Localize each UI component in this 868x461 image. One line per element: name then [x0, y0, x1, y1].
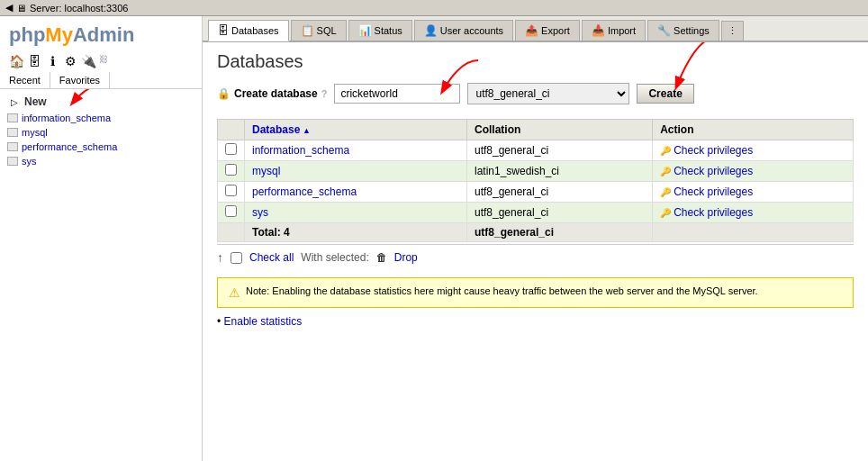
- total-empty-cell: [218, 223, 245, 242]
- table-row: mysql latin1_swedish_ci 🔑 Check privileg…: [218, 161, 854, 182]
- row-checkbox-cell: [218, 140, 245, 161]
- select-arrow-up: ↑: [217, 250, 223, 265]
- help-icon[interactable]: ?: [321, 88, 328, 99]
- check-all-label[interactable]: Check all: [249, 251, 294, 264]
- sidebar-new-item[interactable]: ▷ New: [0, 93, 202, 111]
- db-name-cell: mysql: [245, 161, 467, 182]
- db-link-mysql[interactable]: mysql: [252, 165, 280, 177]
- create-button[interactable]: Create: [637, 84, 693, 104]
- db-link-information-schema[interactable]: information_schema: [252, 144, 349, 157]
- check-priv-link-sys[interactable]: Check privileges: [674, 206, 753, 219]
- tab-databases[interactable]: 🗄 Databases: [208, 20, 289, 41]
- sidebar-tab-favorites[interactable]: Favorites: [50, 72, 110, 88]
- tab-sql-label: SQL: [317, 25, 337, 36]
- total-label-cell: Total: 4: [245, 223, 467, 242]
- tab-sql[interactable]: 📋 SQL: [291, 20, 347, 41]
- tab-import-icon: 📥: [592, 24, 605, 37]
- sidebar-item-sys[interactable]: sys: [0, 154, 202, 168]
- check-priv-link-information-schema[interactable]: Check privileges: [674, 144, 753, 157]
- tab-databases-icon: 🗄: [218, 24, 229, 37]
- gear-icon[interactable]: ⚙: [63, 54, 77, 68]
- row-checkbox[interactable]: [225, 205, 237, 217]
- db-link-sys[interactable]: sys: [252, 206, 268, 219]
- sidebar-tabs: Recent Favorites: [0, 72, 202, 89]
- collation-select[interactable]: utf8_general_ci utf8mb4_general_ci latin…: [467, 83, 629, 104]
- th-database[interactable]: Database: [245, 120, 467, 140]
- action-cell: 🔑 Check privileges: [653, 161, 854, 182]
- table-row: information_schema utf8_general_ci 🔑 Che…: [218, 140, 854, 161]
- tab-user-accounts[interactable]: 👤 User accounts: [414, 20, 513, 41]
- check-priv-link-mysql[interactable]: Check privileges: [674, 165, 753, 177]
- page-content: Databases 🔒 Create database ? utf8_gener…: [203, 42, 868, 461]
- total-row: Total: 4 utf8_general_ci: [218, 223, 854, 242]
- db-link-performance-schema[interactable]: performance_schema: [252, 185, 357, 198]
- nav-back-arrow[interactable]: ◀: [5, 2, 13, 14]
- server-label: Server: localhost:3306: [30, 3, 128, 14]
- sidebar-db-link-sys[interactable]: sys: [22, 156, 37, 167]
- row-checkbox[interactable]: [225, 143, 237, 155]
- check-priv-link-performance-schema[interactable]: Check privileges: [674, 185, 753, 198]
- logo-php: php: [9, 23, 45, 46]
- th-collation[interactable]: Collation: [466, 120, 652, 140]
- tab-user-accounts-label: User accounts: [440, 25, 503, 36]
- with-selected-label: With selected:: [301, 251, 368, 264]
- tab-settings[interactable]: 🔧 Settings: [647, 20, 719, 41]
- tab-status[interactable]: 📊 Status: [348, 20, 412, 41]
- collation-cell: latin1_swedish_ci: [466, 161, 652, 182]
- total-action-cell: [653, 223, 854, 242]
- row-checkbox[interactable]: [225, 164, 237, 176]
- new-item-icon: ▷: [7, 95, 22, 109]
- create-db-label: 🔒 Create database ?: [217, 87, 327, 100]
- sidebar-db-link-performance-schema[interactable]: performance_schema: [22, 141, 117, 152]
- sidebar-item-information-schema[interactable]: information_schema: [0, 111, 202, 125]
- sort-database-link[interactable]: Database: [252, 123, 311, 136]
- row-checkbox-cell: [218, 161, 245, 182]
- db-item-icon: [7, 128, 18, 137]
- logo-admin: Admin: [73, 23, 134, 46]
- db-name-input[interactable]: [334, 84, 460, 104]
- tab-settings-label: Settings: [674, 25, 710, 36]
- tab-status-icon: 📊: [358, 24, 372, 37]
- sidebar-item-performance-schema[interactable]: performance_schema: [0, 140, 202, 154]
- row-checkbox[interactable]: [225, 185, 237, 196]
- tab-status-label: Status: [375, 25, 402, 36]
- sidebar-item-mysql[interactable]: mysql: [0, 125, 202, 140]
- info-icon[interactable]: ℹ: [45, 54, 59, 68]
- tab-export-label: Export: [541, 25, 570, 36]
- th-checkbox: [218, 120, 245, 140]
- sidebar-icons: 🏠 🗄 ℹ ⚙ 🔌 ⛓: [0, 50, 202, 72]
- tab-more[interactable]: ⋮: [721, 21, 744, 41]
- priv-icon: 🔑: [660, 208, 671, 218]
- priv-icon: 🔑: [660, 167, 671, 176]
- table-row: sys utf8_general_ci 🔑 Check privileges: [218, 203, 854, 223]
- th-action: Action: [653, 120, 854, 140]
- note-box: ⚠ Note: Enabling the database statistics…: [217, 277, 854, 308]
- sidebar-db-link-mysql[interactable]: mysql: [22, 127, 48, 138]
- warning-icon: ⚠: [229, 285, 240, 300]
- db-name-cell: sys: [245, 203, 467, 223]
- create-db-section: 🔒 Create database ? utf8_general_ci utf8…: [217, 83, 854, 104]
- databases-table: Database Collation Action information_sc…: [217, 119, 854, 242]
- link-icon: ⛓: [99, 54, 108, 68]
- collation-cell: utf8_general_ci: [466, 203, 652, 223]
- tab-user-icon: 👤: [424, 24, 438, 37]
- drop-link[interactable]: Drop: [394, 251, 418, 264]
- action-cell: 🔑 Check privileges: [653, 203, 854, 223]
- tab-import[interactable]: 📥 Import: [582, 20, 646, 41]
- server-icon: 🖥: [16, 3, 26, 14]
- db-icon[interactable]: 🗄: [27, 54, 41, 68]
- sidebar-db-link-information-schema[interactable]: information_schema: [22, 113, 111, 123]
- db-item-icon: [7, 157, 18, 166]
- table-row: performance_schema utf8_general_ci 🔑 Che…: [218, 182, 854, 203]
- plugin-icon[interactable]: 🔌: [81, 54, 95, 68]
- sidebar-tab-recent[interactable]: Recent: [0, 72, 50, 88]
- enable-stats-link[interactable]: Enable statistics: [224, 315, 303, 328]
- action-cell: 🔑 Check privileges: [653, 140, 854, 161]
- sidebar-tree: ▷ New information_schema mysql: [0, 89, 202, 461]
- home-icon[interactable]: 🏠: [9, 54, 23, 68]
- db-item-icon: [7, 113, 18, 122]
- total-collation-cell: utf8_general_ci: [466, 223, 652, 242]
- check-all-checkbox[interactable]: [231, 252, 242, 264]
- sidebar: phpMyAdmin 🏠 🗄 ℹ ⚙ 🔌 ⛓ Recent Favorites …: [0, 16, 203, 461]
- tab-export[interactable]: 📤 Export: [515, 20, 580, 41]
